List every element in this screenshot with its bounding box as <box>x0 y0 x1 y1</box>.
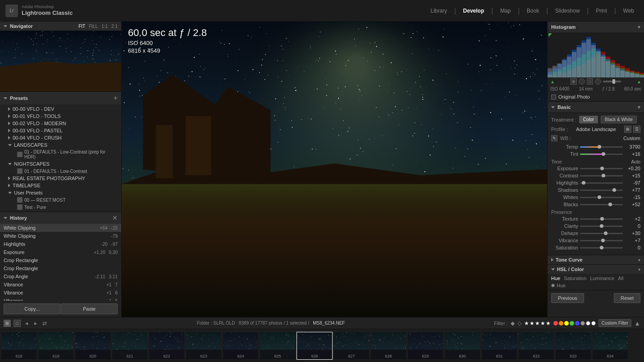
preset-group-vflo-modern[interactable]: 00-02 VFLO - MODERN <box>0 120 121 127</box>
custom-filter-button[interactable]: Custom Filter <box>598 319 631 327</box>
history-item-vibrance-3[interactable]: Vibrance -1 5 <box>0 297 121 301</box>
color-button[interactable]: Color <box>579 116 598 123</box>
history-header[interactable]: History ✕ <box>0 212 121 224</box>
hsl-tab-all[interactable]: All <box>618 276 623 281</box>
star-5[interactable]: ★ <box>546 320 551 326</box>
grid-view-icon[interactable]: ⊞ <box>4 320 11 327</box>
history-item-highlights[interactable]: Highlights -20 -97 <box>0 240 121 248</box>
color-label-blue[interactable] <box>575 321 580 326</box>
preset-group-timelapse[interactable]: TIMELAPSE <box>0 182 121 189</box>
histogram-tool-2[interactable] <box>579 78 585 85</box>
nav-web[interactable]: Web <box>619 6 639 16</box>
next-arrow-icon[interactable]: ▸ <box>32 320 39 326</box>
histogram-slider[interactable] <box>603 81 621 82</box>
shadows-slider[interactable] <box>580 190 623 191</box>
history-item-crop-angle[interactable]: Crop Angle -2.11 3.11 <box>0 272 121 281</box>
presets-header[interactable]: Presets + <box>0 92 121 104</box>
thumb-625[interactable]: 625 <box>260 332 296 360</box>
preset-group-landscapes[interactable]: LANDSCAPES <box>0 141 121 149</box>
histogram-tool-1[interactable]: ⊕ <box>571 78 577 85</box>
thumb-620[interactable]: 620 <box>75 332 111 360</box>
thumb-622[interactable]: 622 <box>149 332 185 360</box>
history-close-icon[interactable]: ✕ <box>112 214 118 222</box>
preset-group-user-presets[interactable]: User Presets <box>0 189 121 196</box>
thumb-627[interactable]: 627 <box>333 332 370 360</box>
history-item-crop-rect-2[interactable]: Crop Rectangle <box>0 264 121 272</box>
thumb-619[interactable]: 619 <box>38 332 74 360</box>
hsl-menu-icon[interactable]: ▾ <box>638 267 640 272</box>
color-label-white-1[interactable] <box>586 321 590 326</box>
color-label-yellow[interactable] <box>564 321 569 326</box>
histogram-tool-4[interactable] <box>595 78 601 85</box>
color-label-white-2[interactable] <box>591 321 596 326</box>
exposure-slider[interactable] <box>580 168 623 169</box>
histogram-header[interactable]: Histogram ▾ <box>548 22 644 32</box>
original-photo-checkbox[interactable] <box>551 95 556 100</box>
highlights-slider[interactable] <box>580 182 623 184</box>
basic-menu-icon[interactable]: ▾ <box>638 104 640 110</box>
clipping-shadow-icon[interactable]: ▲ <box>550 79 555 84</box>
preset-item-landscapes-default[interactable]: 01 - DEFAULTS - Low-Contrast (prep for H… <box>0 149 121 160</box>
navigator-header[interactable]: Navigator FIT FILL 1:1 2:1 <box>0 22 121 31</box>
blacks-slider[interactable] <box>580 204 623 205</box>
nav-book[interactable]: Book <box>522 6 544 16</box>
saturation-slider[interactable] <box>580 247 623 249</box>
clarity-slider[interactable] <box>580 226 623 227</box>
star-2[interactable]: ★ <box>530 320 534 326</box>
profile-list-icon[interactable]: ☰ <box>633 126 640 133</box>
profile-grid-icon[interactable]: ⊞ <box>624 126 631 133</box>
dehaze-slider[interactable] <box>580 233 623 234</box>
basic-panel-header[interactable]: Basic ▾ <box>548 102 644 113</box>
bw-button[interactable]: Black & White <box>601 116 637 123</box>
history-item-vibrance-1[interactable]: Vibrance +1 7 <box>0 281 121 289</box>
preset-group-vflo-tools[interactable]: 00-01 VFLO - TOOLS <box>0 113 121 120</box>
filter-diamond-icon[interactable]: ◆ <box>511 320 515 326</box>
thumb-632[interactable]: 632 <box>518 332 554 360</box>
thumb-630[interactable]: 630 <box>444 332 480 360</box>
nav-slideshow[interactable]: Slideshow <box>551 6 585 16</box>
thumb-618[interactable]: 618 <box>1 332 37 360</box>
thumb-631[interactable]: 631 <box>481 332 517 360</box>
hsl-tab-hue[interactable]: Hue <box>551 276 560 281</box>
preset-group-vflo-crush[interactable]: 00-04 VFLO - CRUSH <box>0 134 121 141</box>
thumb-629[interactable]: 629 <box>407 332 443 360</box>
hsl-color-header[interactable]: HSL / Color ▾ <box>548 264 644 274</box>
filter-diamond-outline-icon[interactable]: ◇ <box>517 320 521 326</box>
history-item-exposure[interactable]: Exposure +1.20 0.30 <box>0 248 121 256</box>
previous-button[interactable]: Previous <box>551 293 584 303</box>
star-3[interactable]: ★ <box>535 320 540 326</box>
preset-group-vflo-dev[interactable]: 00-00 VFLO - DEV <box>0 105 121 113</box>
copy-button[interactable]: Copy... <box>4 303 60 314</box>
nav-map[interactable]: Map <box>496 6 515 16</box>
vibrance-slider[interactable] <box>580 240 623 241</box>
histogram-menu-icon[interactable]: ▾ <box>638 24 640 30</box>
preset-group-vflo-pastel[interactable]: 00-03 VFLO - PASTEL <box>0 127 121 134</box>
thumb-634[interactable]: 634 <box>592 332 628 360</box>
history-item-vibrance-2[interactable]: Vibrance +1 6 <box>0 289 121 297</box>
preset-item-nightscapes-default[interactable]: 01 - DEFAULTS - Low-Contrast <box>0 167 121 175</box>
history-item-white-clipping-2[interactable]: White Clipping -79 <box>0 232 121 240</box>
whites-slider[interactable] <box>580 197 623 198</box>
contrast-slider[interactable] <box>580 175 623 176</box>
texture-slider[interactable] <box>580 218 623 220</box>
tint-slider[interactable] <box>580 154 623 155</box>
filmstrip-expand-icon[interactable]: ▲ <box>634 320 640 327</box>
reset-button[interactable]: Reset <box>614 293 640 303</box>
presets-add-icon[interactable]: + <box>114 94 118 102</box>
history-item-crop-rect-1[interactable]: Crop Rectangle <box>0 256 121 264</box>
preset-item-reset-most[interactable]: 00 — RESET MOST <box>0 196 121 204</box>
preset-item-test-pure[interactable]: Test - Pure <box>0 204 121 211</box>
star-1[interactable]: ★ <box>524 320 529 326</box>
thumb-626[interactable]: 626 <box>297 332 333 360</box>
color-label-gray[interactable] <box>580 321 585 326</box>
hsl-target-icon[interactable] <box>551 284 555 287</box>
tone-curve-header[interactable]: Tone Curve ▾ <box>548 255 644 264</box>
nav-develop[interactable]: Develop <box>459 6 489 16</box>
preset-group-nightscapes[interactable]: NIGHTSCAPES <box>0 160 121 167</box>
histogram-tool-3[interactable]: □ <box>587 78 593 85</box>
zoom-fill[interactable]: FILL <box>89 24 98 29</box>
loupe-view-icon[interactable]: □ <box>14 320 21 327</box>
color-label-orange[interactable] <box>559 321 563 326</box>
preset-group-real-estate[interactable]: REAL ESTATE PHOTOGRAPHY <box>0 175 121 182</box>
color-label-red[interactable] <box>553 321 558 326</box>
